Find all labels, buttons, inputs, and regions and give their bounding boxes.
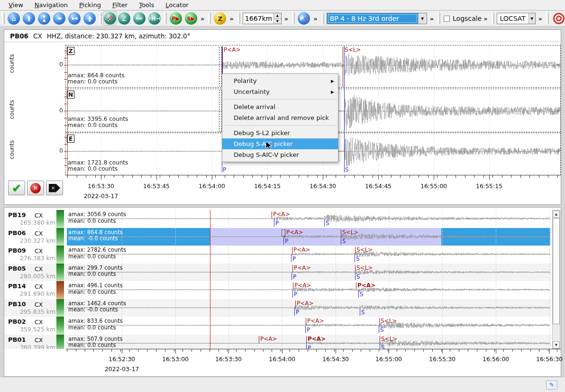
toolbar-handle[interactable] xyxy=(164,13,167,24)
locator-select[interactable]: LOCSAT ▼ xyxy=(497,13,536,24)
distance-input[interactable] xyxy=(243,13,273,24)
station-row-pb19[interactable]: PB19CX165.380 kmamax: 3056.9 countsmean:… xyxy=(4,210,551,228)
minor-tick xyxy=(352,349,353,352)
context-item-uncertainty[interactable]: Uncertainty▶ xyxy=(222,86,338,97)
angle-tool-button[interactable]: ∠ xyxy=(118,12,130,25)
minor-tick xyxy=(512,349,513,352)
filter-select-arrow[interactable]: ▼ xyxy=(418,13,427,24)
trace-end-handle[interactable]: ◄ xyxy=(556,148,559,153)
amplitude-zoom-in-button[interactable]: ▲▼ xyxy=(23,12,35,25)
s-marker-line[interactable] xyxy=(344,46,345,173)
ruler-tool-button[interactable] xyxy=(103,12,117,25)
y-axis-label: counts xyxy=(9,49,15,78)
scrollbar-thumb[interactable] xyxy=(553,218,560,324)
reject-pick-button[interactable]: ✕ xyxy=(27,181,44,195)
time-zoom-out-button[interactable]: ▶◀ xyxy=(68,12,81,25)
minor-tick xyxy=(206,175,207,178)
console-edit-icon[interactable]: ✎ xyxy=(546,380,557,390)
row-trace-canvas[interactable] xyxy=(67,210,550,228)
major-tick xyxy=(212,175,212,180)
menu-navigation[interactable]: Navigation xyxy=(29,0,73,10)
skip-trace-button[interactable]: ✕ xyxy=(46,181,63,195)
station-row-pb05[interactable]: PB05CX280.005 kmamax: 299.7 countsmean: … xyxy=(4,264,551,282)
time-axis-line xyxy=(66,349,561,349)
distance-spin-up[interactable]: ▲ xyxy=(274,13,281,19)
toolbar-overflow-chevron[interactable]: » xyxy=(200,15,204,22)
toolbar-overflow-chevron[interactable]: » xyxy=(483,15,487,22)
normalize-amplitude-button[interactable]: ▲▼ xyxy=(83,12,96,25)
toolbar-overflow-chevron[interactable]: » xyxy=(430,15,434,22)
toolbar-handle[interactable] xyxy=(99,13,102,24)
row-trace-area[interactable]: amax: 1462.4 countsmean: -0.0 countsP<A>… xyxy=(67,299,550,317)
menu-locator[interactable]: Locator xyxy=(160,0,194,10)
logscale-checkbox[interactable] xyxy=(444,16,450,22)
home-view-button[interactable]: ⌂ xyxy=(8,12,20,25)
vertical-scrollbar[interactable]: ▲ ▼ xyxy=(552,210,560,349)
scroll-down-button[interactable]: ▼ xyxy=(553,341,560,348)
toolbar-handle[interactable] xyxy=(492,13,494,24)
row-trace-area[interactable]: amax: 496.1 countsmean: 0.0 countsP<A>P<… xyxy=(67,281,550,299)
toolbar-handle[interactable] xyxy=(292,13,295,24)
toolbar-overflow-chevron[interactable]: » xyxy=(538,15,542,22)
station-row-pb09[interactable]: PB09CX276.383 kmamax: 2782.6 countsmean:… xyxy=(4,246,551,264)
row-trace-area[interactable]: amax: 833.6 countsmean: 0.0 countsP<A>S<… xyxy=(67,317,550,335)
row-distance: 280.005 km xyxy=(4,273,55,280)
row-trace-area[interactable]: amax: 864.8 countsmean: -0.0 countsP<A>S… xyxy=(67,228,550,246)
pick-tick xyxy=(355,265,355,272)
component-z-button[interactable]: Z xyxy=(214,12,226,25)
context-item-debug-s-l2-picker[interactable]: Debug S-L2 picker xyxy=(222,128,338,138)
toolbar-overflow-chevron[interactable]: » xyxy=(229,15,233,22)
scroll-up-button[interactable]: ▲ xyxy=(553,210,560,218)
toolbar-overflow-chevron[interactable]: » xyxy=(313,15,317,22)
context-item-debug-s-aic-v-picker[interactable]: Debug S-AIC-V picker xyxy=(222,149,338,160)
phase-alignment-button[interactable]: ⊦H⊣ xyxy=(148,12,161,25)
distance-spin-down[interactable]: ▼ xyxy=(274,19,281,24)
time-zoom-in-button[interactable]: ◀▶ xyxy=(53,12,65,25)
station-row-pb02[interactable]: PB02CX359.525 kmamax: 833.6 countsmean: … xyxy=(4,317,551,335)
menu-picking[interactable]: Picking xyxy=(73,0,107,10)
accept-pick-button[interactable]: ✔ xyxy=(8,181,25,195)
station-row-pb14[interactable]: PB14CX291.690 kmamax: 496.1 countsmean: … xyxy=(4,281,551,299)
station-row-pb10[interactable]: PB10CX295.835 kmamax: 1462.4 countsmean:… xyxy=(4,299,551,317)
minor-tick xyxy=(123,175,123,178)
toolbar-handle[interactable] xyxy=(321,13,324,24)
locator-select-arrow[interactable]: ▼ xyxy=(529,13,535,24)
toolbar-handle[interactable] xyxy=(208,13,211,24)
menu-filter[interactable]: Filter xyxy=(107,0,133,10)
y-axis-tick xyxy=(64,151,67,152)
context-item-debug-s-aic-picker[interactable]: Debug S-AIC picker xyxy=(222,138,338,149)
p-wave-button[interactable]: P∿ xyxy=(298,12,310,25)
menu-view[interactable]: View xyxy=(3,0,29,10)
row-distance: 359.525 km xyxy=(4,326,55,333)
trace-end-handle[interactable]: ◄ xyxy=(556,62,559,67)
context-item-delete-arrival[interactable]: Delete arrival xyxy=(222,101,338,112)
minor-tick xyxy=(410,175,410,178)
menu-tools[interactable]: Tools xyxy=(133,0,160,10)
toolbar-handle[interactable] xyxy=(237,13,240,24)
relocate-target-button[interactable] xyxy=(553,13,565,24)
pick-tick xyxy=(295,301,296,308)
context-item-delete-arrival-and-remove-pick[interactable]: Delete arrival and remove pick xyxy=(222,112,338,123)
row-trace-area[interactable]: amax: 507.9 countsmean: 0.0 countsP<A>P<… xyxy=(67,335,550,349)
row-trace-area[interactable]: amax: 2782.6 countsmean: 0.0 countsP<A>S… xyxy=(67,246,550,264)
station-row-pb06[interactable]: PB06CX230.327 kmamax: 864.8 countsmean: … xyxy=(4,228,551,246)
context-item-polarity[interactable]: Polarity▶ xyxy=(222,75,338,86)
row-trace-area[interactable]: amax: 299.7 countsmean: 0.0 countsP<A>S<… xyxy=(67,264,550,282)
phase-annotation-button[interactable]: ABC xyxy=(133,12,146,25)
s-pick-line[interactable] xyxy=(343,47,343,87)
row-trace-area[interactable]: amax: 3056.9 countsmean: 0.0 countsP<A>P… xyxy=(67,210,550,228)
amplitude-zoom-out-button[interactable]: ▼▲ xyxy=(38,12,50,25)
toolbar-overflow-chevron[interactable]: » xyxy=(284,15,288,22)
pick-p-button[interactable]: P▶ xyxy=(170,12,182,25)
distance-spinbox[interactable]: ▲ ▼ xyxy=(243,13,282,24)
toolbar-handle[interactable] xyxy=(546,13,549,24)
y-axis-tick xyxy=(64,111,67,111)
station-row-pb01[interactable]: PB01CX360.399 kmamax: 507.9 countsmean: … xyxy=(4,335,551,349)
row-trace-canvas[interactable] xyxy=(67,228,550,246)
p-wave-icon: P∿ xyxy=(300,16,308,21)
toolbar-handle[interactable] xyxy=(437,13,440,24)
filter-select[interactable]: BP 4 - 8 Hz 3rd order ▼ xyxy=(327,13,427,24)
toolbar-handle[interactable] xyxy=(2,13,5,24)
pick-s-button[interactable]: S▶ xyxy=(185,12,197,25)
trace-end-handle[interactable]: ◄ xyxy=(556,108,559,113)
